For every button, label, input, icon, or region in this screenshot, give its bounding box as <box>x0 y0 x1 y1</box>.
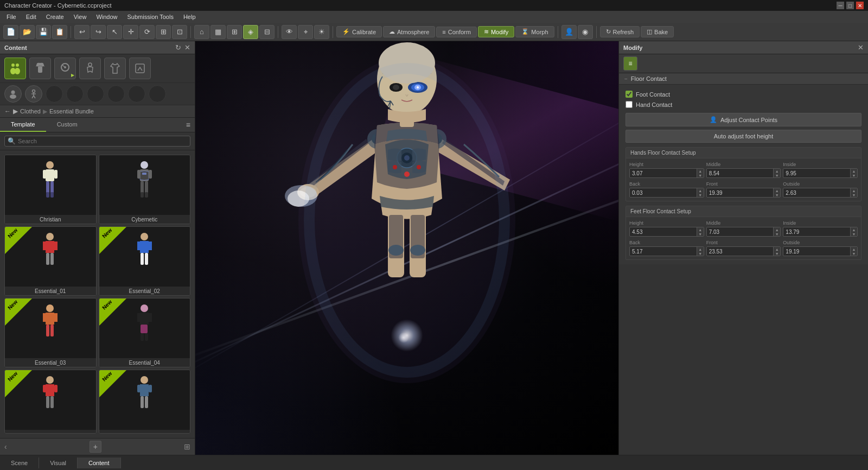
content-close-button[interactable]: ✕ <box>184 43 190 52</box>
hands-outside-down[interactable]: ▼ <box>851 193 857 197</box>
modify-close-button[interactable]: ✕ <box>858 43 864 52</box>
open-button[interactable]: 📂 <box>20 25 35 39</box>
char-card-essential04[interactable]: New Essential_04 <box>99 298 191 367</box>
view5-button[interactable]: ⊟ <box>259 25 275 39</box>
circle-btn-2[interactable] <box>66 85 84 103</box>
nav-forward-button[interactable]: ▶ <box>13 107 18 115</box>
hands-back-up[interactable]: ▲ <box>697 188 704 193</box>
feet-outside-down[interactable]: ▼ <box>851 251 857 256</box>
view1-button[interactable]: ⌂ <box>194 25 209 39</box>
tab-custom[interactable]: Custom <box>46 118 88 132</box>
move-button[interactable]: ✛ <box>123 25 138 39</box>
maximize-button[interactable]: □ <box>846 2 854 9</box>
content-refresh-button[interactable]: ↻ <box>175 43 181 52</box>
person-button[interactable]: 👤 <box>561 25 577 39</box>
hand-contact-label[interactable]: Hand Contact <box>636 101 672 108</box>
search-input[interactable] <box>4 136 190 147</box>
feet-height-input[interactable] <box>630 228 697 236</box>
feet-middle-down[interactable]: ▼ <box>774 232 780 236</box>
skeleton-mode-btn[interactable] <box>25 85 42 103</box>
view3-button[interactable]: ⊞ <box>227 25 242 39</box>
circle-btn-6[interactable] <box>149 85 166 103</box>
hands-middle-input[interactable] <box>707 169 774 177</box>
char-card-christian[interactable]: Christian <box>4 155 97 224</box>
body-icon-btn[interactable] <box>79 58 101 79</box>
refresh-button[interactable]: ↻ Refresh <box>600 26 640 37</box>
circle-btn-4[interactable] <box>107 85 125 103</box>
hands-front-down[interactable]: ▼ <box>774 193 780 197</box>
hand-contact-checkbox[interactable] <box>626 101 633 108</box>
hands-middle-up[interactable]: ▲ <box>774 169 780 173</box>
modify-button[interactable]: ≋ Modify <box>478 26 514 37</box>
circle-btn-1[interactable] <box>46 85 63 103</box>
accessories-icon-btn[interactable]: ▶ <box>54 58 76 79</box>
minimize-button[interactable]: ─ <box>837 2 844 9</box>
modify-icon-sliders[interactable]: ≡ <box>623 56 637 71</box>
feet-back-up[interactable]: ▲ <box>697 247 704 251</box>
hands-inside-up[interactable]: ▲ <box>851 169 857 173</box>
menu-help[interactable]: Help <box>179 12 200 21</box>
feet-outside-up[interactable]: ▲ <box>851 247 857 251</box>
feet-inside-up[interactable]: ▲ <box>851 227 857 232</box>
hands-height-input[interactable] <box>630 169 697 177</box>
status-tab-content[interactable]: Content <box>78 458 121 468</box>
feet-front-input[interactable] <box>707 247 774 256</box>
save-button[interactable]: 💾 <box>36 25 51 39</box>
char-card-cybernetic[interactable]: Cybernetic <box>99 155 191 224</box>
hands-inside-down[interactable]: ▼ <box>851 173 857 177</box>
hands-outside-up[interactable]: ▲ <box>851 188 857 193</box>
nav-prev-button[interactable]: ‹ <box>4 442 7 451</box>
feet-height-down[interactable]: ▼ <box>697 232 704 236</box>
feet-outside-input[interactable] <box>783 247 850 256</box>
feet-inside-input[interactable] <box>783 228 850 236</box>
transform-button[interactable]: ⊡ <box>172 25 187 39</box>
menu-view[interactable]: View <box>69 12 91 21</box>
view4-button[interactable]: ◈ <box>243 25 258 39</box>
menu-file[interactable]: File <box>2 12 21 21</box>
char-card-new01[interactable]: New <box>4 370 97 434</box>
hands-inside-input[interactable] <box>783 169 850 177</box>
hands-front-input[interactable] <box>707 189 774 197</box>
circle-btn-3[interactable] <box>87 85 104 103</box>
nav-next-button[interactable]: ⊞ <box>184 442 190 451</box>
calibrate-button[interactable]: ⚡ Calibrate <box>336 26 382 37</box>
feet-front-up[interactable]: ▲ <box>774 247 780 251</box>
auto-adjust-button[interactable]: Auto adjust foot height <box>626 130 861 143</box>
circle-btn-5[interactable] <box>128 85 145 103</box>
hands-height-down[interactable]: ▼ <box>697 173 704 177</box>
foot-contact-label[interactable]: Foot Contact <box>636 91 670 98</box>
scale-button[interactable]: ⊞ <box>156 25 171 39</box>
select-button[interactable]: ↖ <box>107 25 122 39</box>
breadcrumb-clothed[interactable]: Clothed <box>20 108 41 115</box>
hands-front-up[interactable]: ▲ <box>774 188 780 193</box>
hands-outside-input[interactable] <box>783 189 850 197</box>
motion-icon-btn[interactable] <box>129 58 151 79</box>
view2-button[interactable]: ▦ <box>210 25 226 39</box>
floor-contact-section-header[interactable]: − Floor Contact <box>619 73 868 85</box>
add-item-button[interactable]: + <box>90 441 101 453</box>
feet-middle-up[interactable]: ▲ <box>774 227 780 232</box>
bake-button[interactable]: ◫ Bake <box>641 26 674 37</box>
atmosphere-button[interactable]: ☁ Atmosphere <box>383 26 435 37</box>
status-tab-scene[interactable]: Scene <box>0 458 39 468</box>
morph-button[interactable]: ⌛ Morph <box>515 26 554 37</box>
feet-inside-down[interactable]: ▼ <box>851 232 857 236</box>
save-as-button[interactable]: 📋 <box>52 25 67 39</box>
undo-button[interactable]: ↩ <box>74 25 90 39</box>
hands-height-up[interactable]: ▲ <box>697 169 704 173</box>
sphere-button[interactable]: ◉ <box>578 25 593 39</box>
menu-create[interactable]: Create <box>42 12 68 21</box>
status-tab-visual[interactable]: Visual <box>39 458 78 468</box>
breadcrumb-essential[interactable]: Essential Bundle <box>49 108 94 115</box>
nav-back-button[interactable]: ← <box>4 107 11 115</box>
char-card-essential02[interactable]: New Essential_02 <box>99 226 191 296</box>
hands-back-down[interactable]: ▼ <box>697 193 704 197</box>
feet-back-down[interactable]: ▼ <box>697 251 704 256</box>
adjust-contact-button[interactable]: 👤 Adjust Contact Points <box>626 113 861 126</box>
conform-button[interactable]: ≡ Conform <box>436 27 477 37</box>
char-card-new02[interactable]: New <box>99 370 191 434</box>
foot-contact-checkbox[interactable] <box>626 91 633 98</box>
menu-submission[interactable]: Submission Tools <box>123 12 178 21</box>
rotate-button[interactable]: ⟳ <box>139 25 155 39</box>
hair-icon-btn[interactable] <box>29 58 51 79</box>
